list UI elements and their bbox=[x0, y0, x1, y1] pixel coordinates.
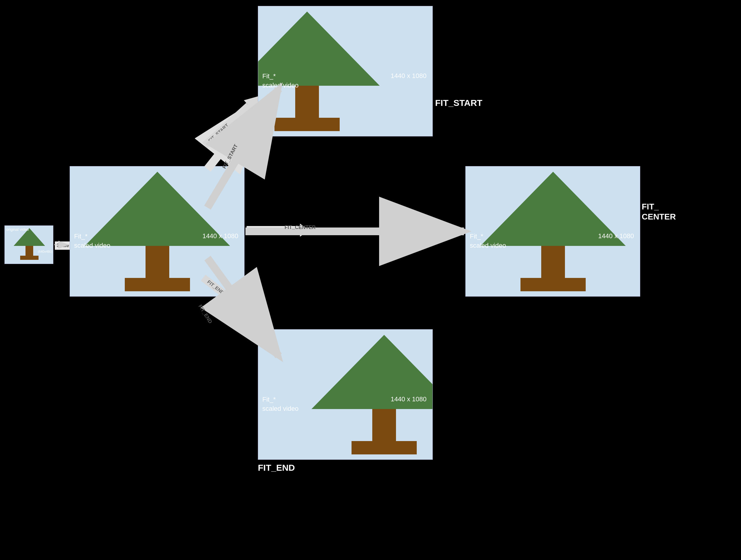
svg-rect-22 bbox=[372, 409, 396, 442]
svg-rect-17 bbox=[274, 118, 340, 131]
fit-center-arrow: FIT_CENTER bbox=[247, 224, 310, 237]
fit-start-video-box: Fit_*scaled video 1440 x 1080 bbox=[258, 6, 433, 136]
fit-center-arrow-body: FIT_CENTER bbox=[247, 226, 300, 234]
original-video-label: original video bbox=[6, 227, 29, 232]
fit-center-dims: 1440 x 1080 bbox=[598, 232, 634, 240]
svg-rect-19 bbox=[541, 246, 565, 278]
fit-center-label-text: Fit_*scaled video bbox=[470, 232, 506, 250]
original-video-content: original video (640x480) bbox=[5, 226, 53, 264]
fit-end-label: Fit_*scaled video bbox=[262, 395, 298, 414]
original-video-box: original video (640x480) bbox=[4, 226, 53, 264]
fit-start-mode-label: FIT_START bbox=[435, 98, 482, 108]
fit-start-dims: 1440 x 1080 bbox=[391, 72, 426, 80]
scale-arrow-body: Scale bbox=[55, 241, 71, 250]
svg-rect-16 bbox=[295, 86, 319, 118]
fit-start-label: Fit_*scaled video bbox=[262, 72, 298, 90]
fit-center-label: FIT_CENTER bbox=[248, 228, 276, 233]
scale-label: Scale bbox=[57, 243, 69, 248]
svg-rect-1 bbox=[25, 246, 33, 256]
svg-rect-2 bbox=[20, 256, 39, 260]
scaled-video-box: Fit_*scaled video 1440 x 1080 bbox=[70, 166, 245, 297]
fit-end-video-content: Fit_*scaled video 1440 x 1080 bbox=[258, 329, 432, 459]
fit-center-video-content: Fit_*scaled video 1440 x 1080 bbox=[466, 167, 640, 296]
fit-start-video-content: Fit_*scaled video 1440 x 1080 bbox=[258, 6, 432, 136]
scaled-video-label: Fit_*scaled video bbox=[74, 232, 110, 250]
svg-text:FIT_END: FIT_END bbox=[206, 279, 225, 295]
fit-center-video-box: Fit_*scaled video 1440 x 1080 bbox=[465, 166, 640, 297]
svg-rect-4 bbox=[145, 246, 169, 278]
fit-end-video-box: Fit_*scaled video 1440 x 1080 bbox=[258, 329, 433, 460]
fit-center-arrow-head bbox=[300, 224, 310, 237]
fit-end-mode-label: FIT_END bbox=[258, 463, 295, 473]
scaled-video-content: Fit_*scaled video 1440 x 1080 bbox=[70, 167, 244, 296]
svg-rect-20 bbox=[521, 278, 586, 291]
fit-center-mode-label: FIT_CENTER bbox=[642, 202, 676, 222]
svg-text:FIT_START: FIT_START bbox=[207, 123, 230, 143]
original-video-dims: (640x480) bbox=[38, 250, 53, 253]
fit-end-dims: 1440 x 1080 bbox=[391, 395, 426, 403]
scaled-video-dims: 1440 x 1080 bbox=[202, 232, 238, 240]
svg-rect-23 bbox=[351, 441, 417, 454]
